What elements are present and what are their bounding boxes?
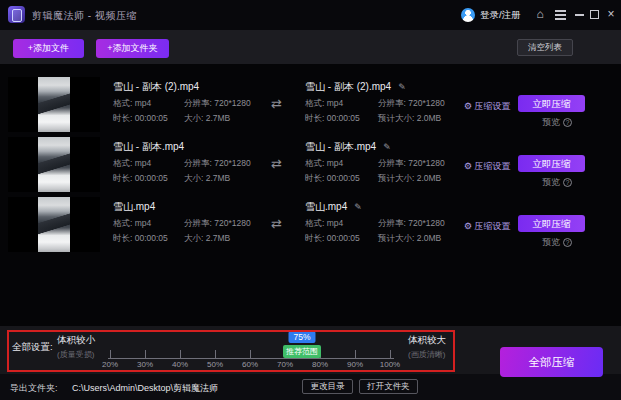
preview-label: 预览	[542, 237, 560, 247]
change-directory-button[interactable]: 更改目录	[302, 379, 353, 394]
target-format: 格式: mp4	[305, 98, 343, 110]
compress-now-button[interactable]: 立即压缩	[518, 155, 585, 172]
source-format: 格式: mp4	[113, 98, 151, 110]
smaller-size-label: 体积较小	[57, 334, 95, 347]
slider-tick: 20%	[110, 350, 111, 358]
home-icon[interactable]: ⌂	[533, 8, 547, 21]
slider-tick: 90%	[355, 350, 356, 358]
slider-track[interactable]	[108, 358, 394, 359]
clear-list-button[interactable]: 清空列表	[517, 39, 573, 56]
source-size: 大小: 2.7MB	[184, 113, 230, 125]
target-filename-text: 雪山 - 副本 (2).mp4	[305, 81, 391, 92]
slider-min-label: 体积较小 (质量受损)	[57, 334, 95, 360]
gear-icon: ⚙	[464, 101, 472, 111]
compress-settings-label: 压缩设置	[475, 221, 511, 231]
clear-quality-label: (画质清晰)	[408, 349, 446, 360]
export-folder-label: 导出文件夹:	[10, 382, 58, 395]
mountain-thumbnail-image	[38, 137, 70, 192]
swap-arrows-icon: ⇄	[271, 156, 282, 171]
target-duration: 时长: 00:00:05	[305, 113, 360, 125]
quality-loss-label: (质量受损)	[57, 349, 95, 360]
add-folder-button[interactable]: +添加文件夹	[96, 39, 169, 58]
edit-name-icon[interactable]: ✎	[398, 82, 406, 92]
compress-now-button[interactable]: 立即压缩	[518, 95, 585, 112]
source-filename: 雪山 - 副本.mp4	[113, 140, 184, 154]
open-folder-button[interactable]: 打开文件夹	[359, 379, 418, 394]
slider-max-label: 体积较大 (画质清晰)	[408, 334, 446, 360]
gear-icon: ⚙	[464, 161, 472, 171]
target-resolution: 分辨率: 720*1280	[378, 158, 445, 170]
file-list: 雪山 - 副本 (2).mp4 格式: mp4 分辨率: 720*1280 时长…	[0, 64, 621, 326]
slider-tick: 40%	[180, 350, 181, 358]
target-est-size: 预计大小: 2.0MB	[378, 113, 441, 125]
tick-label: 100%	[380, 360, 400, 369]
target-est-size: 预计大小: 2.0MB	[378, 173, 441, 185]
window-title: 剪辑魔法师 - 视频压缩	[32, 9, 137, 23]
swap-arrows-icon: ⇄	[271, 96, 282, 111]
edit-name-icon[interactable]: ✎	[354, 202, 362, 212]
preview-link[interactable]: 预览?	[542, 116, 572, 129]
user-avatar[interactable]	[461, 8, 475, 22]
target-filename-text: 雪山.mp4	[305, 201, 347, 212]
preview-label: 预览	[542, 177, 560, 187]
edit-name-icon[interactable]: ✎	[383, 142, 391, 152]
minimize-icon[interactable]	[575, 14, 584, 16]
compress-settings-link[interactable]: ⚙ 压缩设置	[464, 220, 511, 233]
tick-label: 60%	[242, 360, 258, 369]
compress-settings-link[interactable]: ⚙ 压缩设置	[464, 100, 511, 113]
tick-label: 30%	[137, 360, 153, 369]
source-filename: 雪山.mp4	[113, 200, 155, 214]
help-icon: ?	[563, 118, 572, 127]
compress-settings-label: 压缩设置	[475, 101, 511, 111]
toolbar: +添加文件 +添加文件夹 清空列表	[0, 30, 621, 64]
swap-arrows-icon: ⇄	[271, 216, 282, 231]
close-icon[interactable]: ×	[604, 8, 618, 21]
file-row[interactable]: 雪山 - 副本 (2).mp4 格式: mp4 分辨率: 720*1280 时长…	[0, 75, 621, 135]
slider-tick: 50%	[215, 350, 216, 358]
target-format: 格式: mp4	[305, 158, 343, 170]
menu-icon[interactable]	[555, 10, 566, 12]
maximize-icon[interactable]	[590, 10, 599, 19]
source-duration: 时长: 00:00:05	[113, 233, 168, 245]
video-thumbnail	[8, 137, 100, 192]
compress-all-button[interactable]: 全部压缩	[500, 347, 603, 377]
slider-tick: 30%	[145, 350, 146, 358]
tick-label: 50%	[207, 360, 223, 369]
target-resolution: 分辨率: 720*1280	[378, 218, 445, 230]
recommended-range-badge[interactable]: 推荐范围	[283, 345, 321, 358]
add-file-button[interactable]: +添加文件	[13, 39, 84, 58]
target-format: 格式: mp4	[305, 218, 343, 230]
settings-label: 全部设置:	[12, 341, 53, 354]
target-est-size: 预计大小: 2.0MB	[378, 233, 441, 245]
app-logo-icon	[8, 6, 25, 23]
tick-label: 90%	[347, 360, 363, 369]
source-resolution: 分辨率: 720*1280	[184, 158, 251, 170]
login-register-link[interactable]: 登录/注册	[480, 9, 521, 22]
source-format: 格式: mp4	[113, 158, 151, 170]
source-resolution: 分辨率: 720*1280	[184, 218, 251, 230]
tick-label: 40%	[172, 360, 188, 369]
source-size: 大小: 2.7MB	[184, 173, 230, 185]
slider-value-tooltip: 75%	[288, 331, 315, 343]
video-thumbnail	[8, 77, 100, 132]
mountain-thumbnail-image	[38, 77, 70, 132]
tick-label: 80%	[312, 360, 328, 369]
target-duration: 时长: 00:00:05	[305, 173, 360, 185]
mountain-thumbnail-image	[38, 197, 70, 252]
larger-size-label: 体积较大	[408, 334, 446, 347]
file-row[interactable]: 雪山.mp4 格式: mp4 分辨率: 720*1280 时长: 00:00:0…	[0, 195, 621, 255]
preview-link[interactable]: 预览?	[542, 236, 572, 249]
compress-settings-link[interactable]: ⚙ 压缩设置	[464, 160, 511, 173]
compress-settings-label: 压缩设置	[475, 161, 511, 171]
source-duration: 时长: 00:00:05	[113, 173, 168, 185]
target-filename: 雪山 - 副本 (2).mp4✎	[305, 80, 406, 94]
app-window: 剪辑魔法师 - 视频压缩 登录/注册 ⌂ × +添加文件 +添加文件夹 清空列表…	[0, 0, 621, 400]
target-filename: 雪山 - 副本.mp4✎	[305, 140, 391, 154]
compress-now-button[interactable]: 立即压缩	[518, 215, 585, 232]
file-row[interactable]: 雪山 - 副本.mp4 格式: mp4 分辨率: 720*1280 时长: 00…	[0, 135, 621, 195]
preview-link[interactable]: 预览?	[542, 176, 572, 189]
compression-ratio-slider[interactable]: 20% 30% 40% 50% 60% 70% 80% 90% 100% 75%…	[108, 326, 394, 374]
source-format: 格式: mp4	[113, 218, 151, 230]
footer-bar: 导出文件夹: C:\Users\Admin\Desktop\剪辑魔法师 更改目录…	[0, 374, 621, 400]
source-size: 大小: 2.7MB	[184, 233, 230, 245]
